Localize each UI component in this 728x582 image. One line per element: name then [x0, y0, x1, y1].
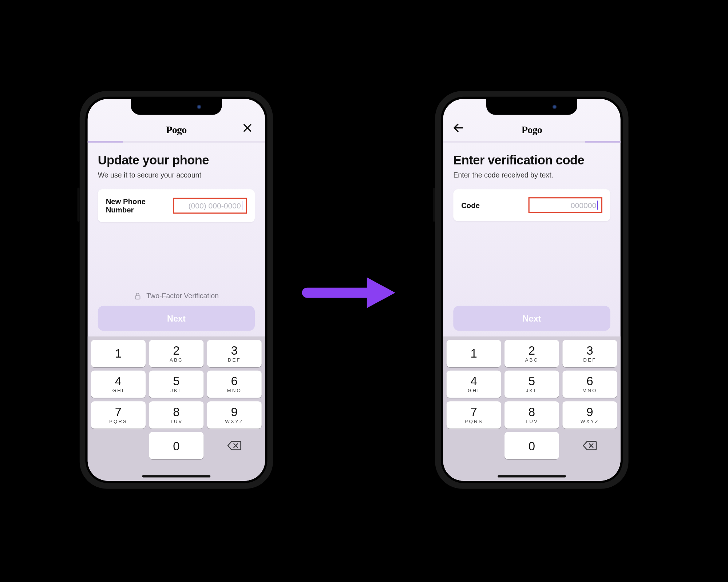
- keypad-key-9[interactable]: 9WXYZ: [207, 401, 262, 428]
- keypad-key-3[interactable]: 3DEF: [562, 340, 617, 367]
- backspace-icon: [582, 440, 597, 451]
- keypad-key-2[interactable]: 2ABC: [149, 340, 203, 367]
- back-arrow-icon: [452, 121, 464, 134]
- svg-rect-2: [135, 296, 140, 299]
- code-input-card: Code 000000: [453, 189, 610, 221]
- back-button[interactable]: [451, 120, 466, 135]
- phone-input[interactable]: (000) 000-0000: [173, 198, 247, 214]
- numeric-keypad: 12ABC3DEF4GHI5JKL6MNO7PQRS8TUV9WXYZ0: [443, 336, 621, 481]
- page-subtitle: Enter the code received by text.: [453, 171, 610, 179]
- next-button-label: Next: [523, 314, 541, 323]
- notch: [486, 99, 577, 115]
- close-icon: [242, 122, 253, 133]
- brand-logo: Pogo: [166, 124, 186, 136]
- page-subtitle: We use it to secure your account: [98, 171, 255, 179]
- keypad-key-4[interactable]: 4GHI: [91, 371, 146, 398]
- code-input[interactable]: 000000: [529, 197, 602, 213]
- keypad-key-6[interactable]: 6MNO: [207, 371, 262, 398]
- numeric-keypad: 12ABC3DEF4GHI5JKL6MNO7PQRS8TUV9WXYZ0: [88, 336, 265, 481]
- home-indicator: [142, 475, 211, 477]
- keypad-key-1[interactable]: 1: [447, 340, 501, 367]
- close-button[interactable]: [240, 120, 255, 135]
- keypad-key-0[interactable]: 0: [505, 432, 559, 459]
- field-label: Code: [461, 201, 480, 209]
- phone-input-placeholder: (000) 000-0000: [188, 202, 241, 210]
- keypad-backspace[interactable]: [207, 432, 262, 459]
- two-factor-hint: Two-Factor Verification: [98, 292, 255, 306]
- keypad-key-5[interactable]: 5JKL: [505, 371, 559, 398]
- notch: [131, 99, 222, 115]
- keypad-blank: [91, 432, 146, 459]
- text-caret: [597, 201, 598, 210]
- next-button[interactable]: Next: [453, 306, 610, 331]
- phone-frame-left: Pogo Update your phone We use it to secu…: [80, 91, 273, 489]
- keypad-key-1[interactable]: 1: [91, 340, 146, 367]
- flow-arrow-icon: [298, 273, 401, 315]
- keypad-key-8[interactable]: 8TUV: [149, 401, 203, 428]
- phone-frame-right: Pogo Enter verification code Enter the c…: [435, 91, 628, 489]
- keypad-key-8[interactable]: 8TUV: [505, 401, 559, 428]
- field-label: New Phone Number: [106, 197, 173, 214]
- keypad-key-4[interactable]: 4GHI: [447, 371, 501, 398]
- page-title: Update your phone: [98, 153, 255, 168]
- next-button-label: Next: [167, 314, 186, 323]
- keypad-key-6[interactable]: 6MNO: [562, 371, 617, 398]
- code-input-placeholder: 000000: [571, 201, 596, 209]
- phone-input-card: New Phone Number (000) 000-0000: [98, 189, 255, 222]
- keypad-key-7[interactable]: 7PQRS: [447, 401, 501, 428]
- keypad-key-3[interactable]: 3DEF: [207, 340, 262, 367]
- two-factor-label: Two-Factor Verification: [146, 292, 219, 300]
- backspace-icon: [227, 440, 242, 451]
- page-title: Enter verification code: [453, 153, 610, 168]
- keypad-backspace[interactable]: [562, 432, 617, 459]
- progress-bar: [88, 141, 265, 143]
- progress-bar: [443, 141, 621, 143]
- keypad-key-7[interactable]: 7PQRS: [91, 401, 146, 428]
- lock-icon: [134, 292, 142, 300]
- keypad-key-5[interactable]: 5JKL: [149, 371, 203, 398]
- home-indicator: [498, 475, 566, 477]
- next-button[interactable]: Next: [98, 306, 255, 331]
- text-caret: [241, 201, 242, 210]
- keypad-blank: [447, 432, 501, 459]
- svg-marker-6: [367, 278, 395, 308]
- keypad-key-9[interactable]: 9WXYZ: [562, 401, 617, 428]
- brand-logo: Pogo: [522, 124, 542, 136]
- keypad-key-2[interactable]: 2ABC: [505, 340, 559, 367]
- keypad-key-0[interactable]: 0: [149, 432, 203, 459]
